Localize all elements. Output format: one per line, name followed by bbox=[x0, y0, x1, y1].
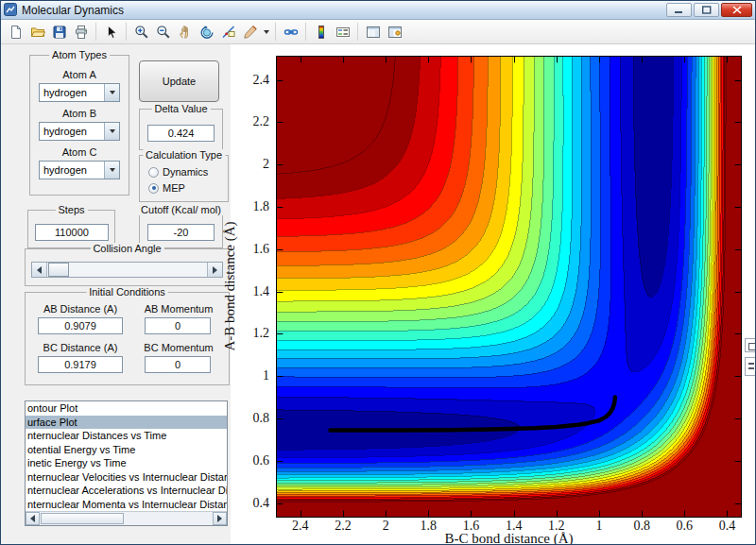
insert-colorbar-icon[interactable] bbox=[310, 22, 332, 43]
bc-distance-input[interactable] bbox=[38, 356, 123, 373]
ab-momentum-input[interactable] bbox=[145, 317, 211, 334]
bc-momentum-input[interactable] bbox=[145, 356, 211, 373]
atom-types-title: Atom Types bbox=[49, 49, 110, 60]
calculation-type-panel: Calculation Type Dynamics MEP bbox=[139, 155, 229, 202]
dynamics-radio-circle[interactable] bbox=[148, 167, 159, 178]
update-button[interactable]: Update bbox=[139, 60, 219, 102]
y-tick-label: 1.6 bbox=[253, 242, 270, 257]
window-title: Molecular Dynamics bbox=[22, 4, 124, 17]
y-tick-label: 2.4 bbox=[253, 73, 270, 88]
plot-type-list: ontour Ploturface Plotnternuclear Distan… bbox=[26, 401, 227, 511]
plot-list-item[interactable]: inetic Energy vs Time bbox=[26, 456, 227, 470]
y-tick-label: 1 bbox=[263, 368, 269, 383]
chevron-down-icon[interactable] bbox=[104, 84, 119, 101]
atom-types-panel: Atom Types Atom A hydrogen Atom B hydrog… bbox=[29, 55, 129, 196]
toolbar-separator bbox=[305, 23, 306, 41]
scrollbar-thumb[interactable] bbox=[41, 513, 124, 524]
atom-a-label: Atom A bbox=[62, 69, 95, 80]
bc-momentum-label: BC Momentum bbox=[131, 342, 226, 353]
mep-radio[interactable]: MEP bbox=[148, 182, 185, 194]
atom-a-dropdown[interactable]: hydrogen bbox=[39, 83, 120, 102]
ab-distance-input[interactable] bbox=[38, 317, 123, 334]
toolbar-separator bbox=[275, 23, 276, 41]
atom-c-dropdown[interactable]: hydrogen bbox=[39, 161, 120, 179]
bc-distance-label: BC Distance (A) bbox=[29, 342, 131, 353]
zoom-in-icon[interactable] bbox=[130, 22, 152, 43]
clipped-window-fragment bbox=[745, 338, 756, 352]
y-axis-tick-labels: 0.40.60.811.21.41.61.822.22.4 bbox=[237, 57, 273, 517]
y-tick-label: 0.8 bbox=[253, 411, 270, 426]
pan-hand-icon[interactable] bbox=[174, 22, 196, 43]
steps-title: Steps bbox=[55, 204, 87, 215]
hide-plot-tools-icon[interactable] bbox=[362, 22, 384, 43]
collision-angle-panel: Collision Angle bbox=[25, 248, 230, 286]
chevron-down-icon[interactable] bbox=[104, 123, 119, 140]
plot-list-item[interactable]: urface Plot bbox=[26, 416, 227, 430]
toolbar-separator bbox=[126, 23, 127, 41]
dynamics-radio-label: Dynamics bbox=[163, 166, 208, 178]
x-axis-label: B-C bond distance (Å) bbox=[277, 531, 741, 545]
delta-value-panel: Delta Value bbox=[139, 109, 223, 150]
y-tick-label: 2.2 bbox=[253, 114, 270, 129]
pointer-icon[interactable] bbox=[100, 22, 122, 43]
slider-right-arrow-icon[interactable] bbox=[207, 263, 222, 277]
cutoff-title: Cutoff (Kcal/ mol) bbox=[138, 204, 224, 215]
mep-radio-label: MEP bbox=[163, 182, 185, 194]
atom-c-value: hydrogen bbox=[40, 162, 104, 179]
delta-value-input[interactable] bbox=[147, 125, 215, 142]
steps-input[interactable] bbox=[35, 224, 109, 241]
toolbar-separator bbox=[357, 23, 358, 41]
y-axis-label: A-B bond distance (Å) bbox=[222, 221, 238, 350]
plot-list-item[interactable]: nternuclear Velocities vs Internuclear D… bbox=[26, 470, 227, 485]
plot-list-item[interactable]: nternuclear Momenta vs Internuclear Dist… bbox=[26, 498, 227, 512]
title-bar[interactable]: Molecular Dynamics bbox=[1, 1, 755, 20]
minimize-button[interactable] bbox=[666, 3, 692, 17]
close-button[interactable] bbox=[721, 3, 752, 17]
collision-angle-slider[interactable] bbox=[31, 262, 223, 278]
y-tick-label: 2 bbox=[263, 157, 269, 172]
atom-b-dropdown[interactable]: hydrogen bbox=[39, 122, 120, 141]
y-tick-label: 1.2 bbox=[253, 326, 270, 341]
y-tick-label: 0.4 bbox=[253, 496, 270, 511]
mep-radio-circle[interactable] bbox=[148, 183, 159, 194]
figure-toolbar bbox=[1, 20, 755, 44]
rotate-3d-icon[interactable] bbox=[196, 22, 217, 43]
print-figure-icon[interactable] bbox=[70, 22, 92, 43]
link-plots-icon[interactable] bbox=[280, 22, 301, 43]
insert-legend-icon[interactable] bbox=[332, 22, 353, 43]
zoom-out-icon[interactable] bbox=[152, 22, 174, 43]
new-figure-icon[interactable] bbox=[5, 22, 26, 43]
cutoff-input[interactable] bbox=[147, 224, 215, 241]
maximize-button[interactable] bbox=[694, 3, 719, 17]
save-figure-icon[interactable] bbox=[48, 22, 70, 43]
open-file-icon[interactable] bbox=[26, 22, 48, 43]
dynamics-radio[interactable]: Dynamics bbox=[148, 166, 208, 178]
ab-momentum-label: AB Momentum bbox=[131, 303, 226, 315]
toolbar-separator bbox=[95, 23, 96, 41]
scroll-right-arrow-icon[interactable] bbox=[213, 512, 227, 525]
delta-value-title: Delta Value bbox=[151, 103, 210, 114]
slider-left-arrow-icon[interactable] bbox=[32, 263, 47, 277]
plot-list-item[interactable]: nternuclear Distances vs Time bbox=[26, 429, 227, 443]
listbox-horizontal-scrollbar[interactable] bbox=[26, 511, 227, 525]
data-cursor-icon[interactable] bbox=[217, 22, 239, 43]
plot-list-item[interactable]: ontour Plot bbox=[26, 401, 227, 416]
brush-icon[interactable] bbox=[239, 22, 261, 43]
calculation-type-title: Calculation Type bbox=[143, 149, 225, 161]
plot-type-listbox[interactable]: ontour Ploturface Plotnternuclear Distan… bbox=[25, 400, 228, 526]
slider-thumb[interactable] bbox=[48, 263, 69, 277]
initial-conditions-title: Initial Conditions bbox=[86, 286, 168, 298]
chevron-down-icon[interactable] bbox=[104, 162, 119, 179]
plot-list-item[interactable]: nternuclear Accelerations vs Internuclea… bbox=[26, 484, 227, 498]
ab-distance-label: AB Distance (A) bbox=[29, 303, 131, 315]
brush-menu-icon[interactable] bbox=[261, 22, 271, 43]
atom-a-value: hydrogen bbox=[40, 84, 104, 101]
y-tick-label: 1.4 bbox=[253, 284, 270, 299]
potential-energy-surface-plot[interactable] bbox=[276, 56, 742, 518]
scroll-left-arrow-icon[interactable] bbox=[26, 512, 40, 525]
initial-conditions-panel: Initial Conditions AB Distance (A) AB Mo… bbox=[25, 292, 230, 385]
show-plot-tools-icon[interactable] bbox=[384, 22, 405, 43]
app-window: Molecular Dynamics bbox=[0, 0, 756, 545]
atom-b-label: Atom B bbox=[62, 108, 96, 119]
plot-list-item[interactable]: otential Energy vs Time bbox=[26, 443, 227, 457]
